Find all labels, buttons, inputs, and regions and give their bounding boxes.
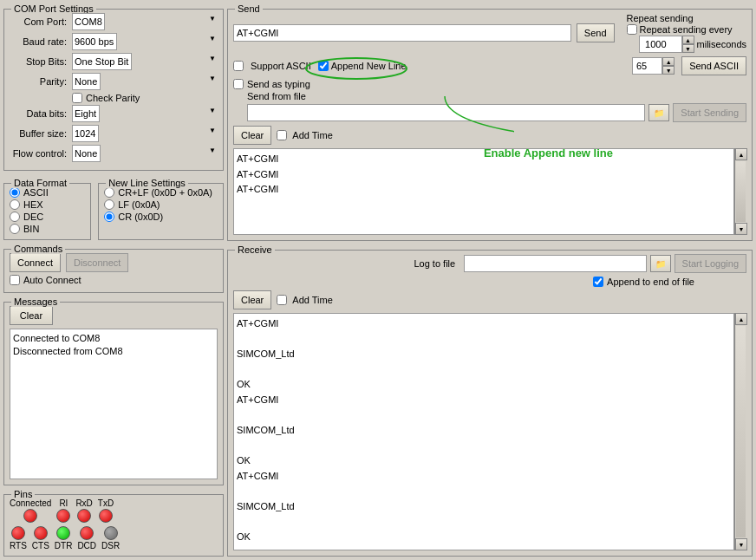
new-line-group: New Line Settings CR+LF (0x0D + 0x0A) LF… bbox=[98, 183, 224, 240]
append-newline-label: Append New Line bbox=[331, 61, 407, 71]
data-format-radios: ASCII HEX DEC BIN bbox=[10, 187, 85, 234]
send-group: Send Send Repeat sending Repeat sending … bbox=[227, 9, 753, 241]
append-to-file-checkbox[interactable] bbox=[593, 277, 603, 287]
parity-label: Parity: bbox=[10, 76, 72, 87]
send-scrollbar[interactable]: ▲ ▼ bbox=[734, 148, 746, 235]
receive-add-time-checkbox[interactable] bbox=[277, 295, 287, 305]
pin-rts-led bbox=[11, 526, 25, 540]
send-title: Send bbox=[235, 3, 263, 14]
commands-group: Commands Connect Disconnect Auto Connect bbox=[3, 249, 224, 293]
format-bin-radio[interactable] bbox=[10, 224, 20, 234]
pin-connected-led bbox=[23, 509, 37, 523]
pin-ri: RI bbox=[56, 498, 70, 523]
send-scroll-down[interactable]: ▼ bbox=[735, 223, 747, 235]
send-scroll-up[interactable]: ▲ bbox=[735, 148, 747, 160]
pin-ri-led bbox=[56, 509, 70, 523]
repeat-checkbox[interactable] bbox=[627, 24, 637, 35]
repeat-every-label: Repeat sending every bbox=[640, 24, 733, 35]
newline-cr-radio[interactable] bbox=[104, 212, 114, 222]
receive-text-area: AT+CGMI SIMCOM_Ltd OK AT+CGMI SIMCOM_Ltd… bbox=[233, 313, 734, 550]
append-newline-checkbox[interactable] bbox=[318, 61, 329, 71]
pin-rxd: RxD bbox=[75, 498, 92, 523]
char-count-input[interactable] bbox=[632, 57, 662, 75]
start-logging-button[interactable]: Start Logging bbox=[675, 254, 746, 273]
pin-txd: TxD bbox=[98, 498, 114, 523]
start-sending-button[interactable]: Start Sending bbox=[673, 103, 746, 122]
pin-dsr: DSR bbox=[101, 526, 120, 550]
pin-connected: Connected bbox=[10, 498, 51, 523]
receive-scrollbar[interactable]: ▲ ▼ bbox=[734, 313, 746, 550]
send-add-time-checkbox[interactable] bbox=[277, 130, 287, 140]
stop-bits-label: Stop Bits: bbox=[10, 56, 72, 67]
format-hex-radio[interactable] bbox=[10, 199, 20, 210]
stop-bits-select[interactable]: One Stop Bit bbox=[72, 53, 132, 70]
pin-cts-led bbox=[34, 526, 48, 540]
data-format-title: Data Format bbox=[11, 178, 69, 188]
send-button[interactable]: Send bbox=[577, 23, 615, 42]
pin-dcd: DCD bbox=[77, 526, 96, 550]
data-bits-label: Data bits: bbox=[10, 108, 72, 119]
auto-connect-checkbox[interactable] bbox=[10, 275, 20, 285]
repeat-sending-section: Repeat sending Repeat sending every ▲ ▼ bbox=[627, 13, 746, 53]
send-add-time-label: Add Time bbox=[292, 130, 332, 140]
repeat-ms-label: miliseconds bbox=[697, 39, 746, 49]
send-as-typing-label: Send as typing bbox=[247, 79, 310, 89]
baud-rate-label: Baud rate: bbox=[10, 36, 72, 47]
data-format-group: Data Format ASCII HEX DEC BIN bbox=[3, 183, 91, 240]
support-ascii-label: Support ASCII bbox=[251, 61, 311, 71]
format-dec-radio[interactable] bbox=[10, 212, 20, 222]
send-ascii-button[interactable]: Send ASCII bbox=[681, 56, 746, 75]
check-parity-checkbox[interactable] bbox=[72, 93, 82, 103]
log-file-input[interactable] bbox=[464, 255, 646, 272]
receive-group: Receive Log to file 📁 Start Logging Appe… bbox=[227, 250, 753, 557]
commands-title: Commands bbox=[11, 244, 65, 254]
send-text-input[interactable] bbox=[233, 24, 571, 42]
com-port-settings: COM Port Settings Com Port: COM8 Baud ra… bbox=[3, 9, 224, 171]
char-count-up[interactable]: ▲ bbox=[662, 57, 675, 66]
format-ascii-radio[interactable] bbox=[10, 187, 20, 198]
check-parity-label: Check Parity bbox=[86, 93, 140, 103]
flow-control-label: Flow control: bbox=[10, 148, 72, 159]
repeat-ms-up[interactable]: ▲ bbox=[682, 36, 694, 44]
flow-control-select[interactable]: None bbox=[72, 145, 101, 162]
send-file-input[interactable] bbox=[247, 104, 645, 121]
pin-dcd-led bbox=[80, 526, 94, 540]
pin-dsr-led bbox=[104, 526, 118, 540]
repeat-ms-down[interactable]: ▼ bbox=[682, 44, 694, 53]
support-ascii-checkbox[interactable] bbox=[233, 61, 244, 71]
receive-clear-button[interactable]: Clear bbox=[233, 290, 271, 309]
receive-scroll-thumb[interactable] bbox=[736, 326, 746, 537]
connect-button[interactable]: Connect bbox=[10, 253, 61, 272]
baud-rate-select[interactable]: 9600 bps bbox=[72, 33, 117, 50]
char-count-down[interactable]: ▼ bbox=[662, 66, 675, 75]
data-bits-select[interactable]: Eight bbox=[72, 105, 100, 122]
send-file-browse-button[interactable]: 📁 bbox=[648, 104, 669, 121]
com-port-select[interactable]: COM8 bbox=[72, 13, 105, 30]
repeat-sending-label: Repeat sending bbox=[627, 13, 746, 23]
pins-title: Pins bbox=[11, 489, 35, 499]
messages-group: Messages Clear Connected to COM8 Disconn… bbox=[3, 302, 224, 485]
receive-title: Receive bbox=[235, 244, 275, 255]
send-clear-button[interactable]: Clear bbox=[233, 126, 271, 145]
parity-select[interactable]: None bbox=[72, 73, 101, 90]
repeat-ms-input[interactable] bbox=[639, 36, 682, 53]
send-as-typing-checkbox[interactable] bbox=[233, 79, 244, 89]
buffer-size-select[interactable]: 1024 bbox=[72, 125, 99, 142]
newline-lf-radio[interactable] bbox=[104, 199, 114, 210]
receive-scroll-up[interactable]: ▲ bbox=[735, 313, 747, 325]
pin-dtr-led bbox=[56, 526, 70, 540]
disconnect-button[interactable]: Disconnect bbox=[66, 253, 128, 272]
receive-add-time-label: Add Time bbox=[292, 295, 332, 305]
log-file-browse-button[interactable]: 📁 bbox=[650, 255, 671, 272]
messages-title: Messages bbox=[11, 296, 60, 307]
buffer-size-label: Buffer size: bbox=[10, 128, 72, 139]
pin-dtr: DTR bbox=[55, 526, 73, 550]
newline-crlf-radio[interactable] bbox=[104, 187, 114, 198]
log-to-file-label: Log to file bbox=[414, 258, 455, 269]
send-scroll-thumb[interactable] bbox=[736, 161, 746, 222]
receive-scroll-down[interactable]: ▼ bbox=[735, 538, 747, 550]
new-line-title: New Line Settings bbox=[106, 178, 188, 188]
pin-txd-led bbox=[99, 509, 113, 523]
pin-rts: RTS bbox=[10, 526, 27, 550]
messages-clear-button[interactable]: Clear bbox=[10, 306, 53, 325]
